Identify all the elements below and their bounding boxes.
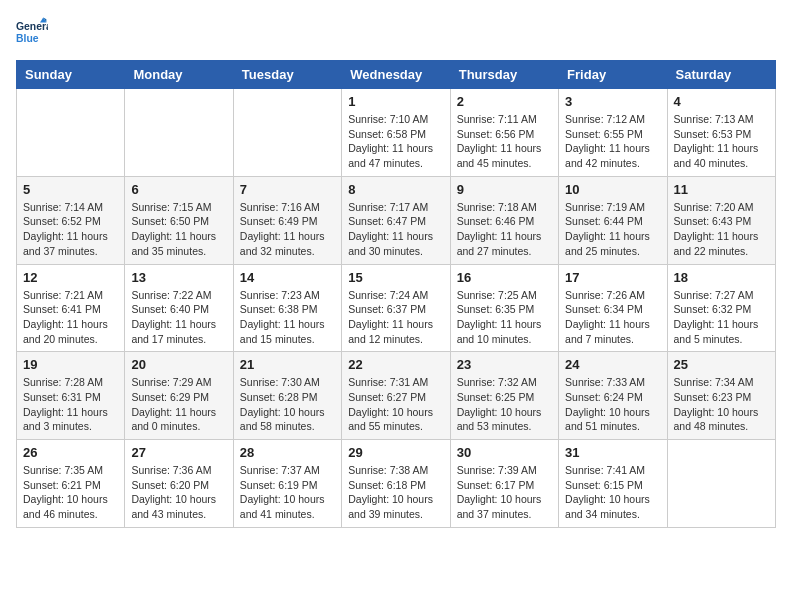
day-info: Sunrise: 7:15 AMSunset: 6:50 PMDaylight:… bbox=[131, 200, 226, 259]
calendar-body: 1Sunrise: 7:10 AMSunset: 6:58 PMDaylight… bbox=[17, 89, 776, 528]
calendar-cell: 23Sunrise: 7:32 AMSunset: 6:25 PMDayligh… bbox=[450, 352, 558, 440]
calendar-cell: 14Sunrise: 7:23 AMSunset: 6:38 PMDayligh… bbox=[233, 264, 341, 352]
day-info: Sunrise: 7:35 AMSunset: 6:21 PMDaylight:… bbox=[23, 463, 118, 522]
logo: General Blue bbox=[16, 16, 52, 48]
day-info: Sunrise: 7:16 AMSunset: 6:49 PMDaylight:… bbox=[240, 200, 335, 259]
day-info: Sunrise: 7:41 AMSunset: 6:15 PMDaylight:… bbox=[565, 463, 660, 522]
day-number: 23 bbox=[457, 357, 552, 372]
day-number: 16 bbox=[457, 270, 552, 285]
calendar-cell: 20Sunrise: 7:29 AMSunset: 6:29 PMDayligh… bbox=[125, 352, 233, 440]
day-info: Sunrise: 7:12 AMSunset: 6:55 PMDaylight:… bbox=[565, 112, 660, 171]
day-info: Sunrise: 7:37 AMSunset: 6:19 PMDaylight:… bbox=[240, 463, 335, 522]
calendar-cell: 24Sunrise: 7:33 AMSunset: 6:24 PMDayligh… bbox=[559, 352, 667, 440]
weekday-header-wednesday: Wednesday bbox=[342, 61, 450, 89]
calendar-cell: 26Sunrise: 7:35 AMSunset: 6:21 PMDayligh… bbox=[17, 440, 125, 528]
day-number: 27 bbox=[131, 445, 226, 460]
calendar-cell: 11Sunrise: 7:20 AMSunset: 6:43 PMDayligh… bbox=[667, 176, 775, 264]
day-number: 22 bbox=[348, 357, 443, 372]
week-row-1: 1Sunrise: 7:10 AMSunset: 6:58 PMDaylight… bbox=[17, 89, 776, 177]
day-info: Sunrise: 7:22 AMSunset: 6:40 PMDaylight:… bbox=[131, 288, 226, 347]
day-info: Sunrise: 7:34 AMSunset: 6:23 PMDaylight:… bbox=[674, 375, 769, 434]
calendar-cell: 17Sunrise: 7:26 AMSunset: 6:34 PMDayligh… bbox=[559, 264, 667, 352]
calendar-cell: 21Sunrise: 7:30 AMSunset: 6:28 PMDayligh… bbox=[233, 352, 341, 440]
calendar-cell: 19Sunrise: 7:28 AMSunset: 6:31 PMDayligh… bbox=[17, 352, 125, 440]
day-number: 3 bbox=[565, 94, 660, 109]
calendar-cell bbox=[17, 89, 125, 177]
day-number: 2 bbox=[457, 94, 552, 109]
calendar-cell: 1Sunrise: 7:10 AMSunset: 6:58 PMDaylight… bbox=[342, 89, 450, 177]
day-number: 17 bbox=[565, 270, 660, 285]
day-info: Sunrise: 7:21 AMSunset: 6:41 PMDaylight:… bbox=[23, 288, 118, 347]
week-row-5: 26Sunrise: 7:35 AMSunset: 6:21 PMDayligh… bbox=[17, 440, 776, 528]
day-number: 7 bbox=[240, 182, 335, 197]
weekday-header-sunday: Sunday bbox=[17, 61, 125, 89]
calendar-cell: 16Sunrise: 7:25 AMSunset: 6:35 PMDayligh… bbox=[450, 264, 558, 352]
calendar-cell: 4Sunrise: 7:13 AMSunset: 6:53 PMDaylight… bbox=[667, 89, 775, 177]
day-number: 8 bbox=[348, 182, 443, 197]
day-info: Sunrise: 7:20 AMSunset: 6:43 PMDaylight:… bbox=[674, 200, 769, 259]
day-number: 30 bbox=[457, 445, 552, 460]
calendar-table: SundayMondayTuesdayWednesdayThursdayFrid… bbox=[16, 60, 776, 528]
day-number: 31 bbox=[565, 445, 660, 460]
calendar-cell: 5Sunrise: 7:14 AMSunset: 6:52 PMDaylight… bbox=[17, 176, 125, 264]
day-info: Sunrise: 7:30 AMSunset: 6:28 PMDaylight:… bbox=[240, 375, 335, 434]
weekday-header-saturday: Saturday bbox=[667, 61, 775, 89]
day-number: 29 bbox=[348, 445, 443, 460]
day-info: Sunrise: 7:10 AMSunset: 6:58 PMDaylight:… bbox=[348, 112, 443, 171]
day-number: 4 bbox=[674, 94, 769, 109]
calendar-cell bbox=[667, 440, 775, 528]
day-number: 14 bbox=[240, 270, 335, 285]
day-number: 19 bbox=[23, 357, 118, 372]
calendar-cell: 31Sunrise: 7:41 AMSunset: 6:15 PMDayligh… bbox=[559, 440, 667, 528]
page-header: General Blue bbox=[16, 16, 776, 48]
day-number: 6 bbox=[131, 182, 226, 197]
calendar-cell: 10Sunrise: 7:19 AMSunset: 6:44 PMDayligh… bbox=[559, 176, 667, 264]
day-info: Sunrise: 7:18 AMSunset: 6:46 PMDaylight:… bbox=[457, 200, 552, 259]
day-number: 24 bbox=[565, 357, 660, 372]
day-info: Sunrise: 7:27 AMSunset: 6:32 PMDaylight:… bbox=[674, 288, 769, 347]
day-info: Sunrise: 7:19 AMSunset: 6:44 PMDaylight:… bbox=[565, 200, 660, 259]
week-row-4: 19Sunrise: 7:28 AMSunset: 6:31 PMDayligh… bbox=[17, 352, 776, 440]
day-info: Sunrise: 7:39 AMSunset: 6:17 PMDaylight:… bbox=[457, 463, 552, 522]
day-number: 5 bbox=[23, 182, 118, 197]
day-number: 18 bbox=[674, 270, 769, 285]
day-info: Sunrise: 7:38 AMSunset: 6:18 PMDaylight:… bbox=[348, 463, 443, 522]
day-number: 21 bbox=[240, 357, 335, 372]
calendar-cell: 15Sunrise: 7:24 AMSunset: 6:37 PMDayligh… bbox=[342, 264, 450, 352]
calendar-cell: 28Sunrise: 7:37 AMSunset: 6:19 PMDayligh… bbox=[233, 440, 341, 528]
calendar-cell: 3Sunrise: 7:12 AMSunset: 6:55 PMDaylight… bbox=[559, 89, 667, 177]
weekday-header-thursday: Thursday bbox=[450, 61, 558, 89]
day-info: Sunrise: 7:17 AMSunset: 6:47 PMDaylight:… bbox=[348, 200, 443, 259]
calendar-cell bbox=[233, 89, 341, 177]
logo-icon: General Blue bbox=[16, 16, 48, 48]
day-number: 28 bbox=[240, 445, 335, 460]
calendar-header: SundayMondayTuesdayWednesdayThursdayFrid… bbox=[17, 61, 776, 89]
week-row-2: 5Sunrise: 7:14 AMSunset: 6:52 PMDaylight… bbox=[17, 176, 776, 264]
calendar-cell: 25Sunrise: 7:34 AMSunset: 6:23 PMDayligh… bbox=[667, 352, 775, 440]
day-info: Sunrise: 7:24 AMSunset: 6:37 PMDaylight:… bbox=[348, 288, 443, 347]
day-info: Sunrise: 7:11 AMSunset: 6:56 PMDaylight:… bbox=[457, 112, 552, 171]
calendar-cell: 29Sunrise: 7:38 AMSunset: 6:18 PMDayligh… bbox=[342, 440, 450, 528]
weekday-header-monday: Monday bbox=[125, 61, 233, 89]
calendar-cell: 6Sunrise: 7:15 AMSunset: 6:50 PMDaylight… bbox=[125, 176, 233, 264]
day-info: Sunrise: 7:28 AMSunset: 6:31 PMDaylight:… bbox=[23, 375, 118, 434]
day-info: Sunrise: 7:33 AMSunset: 6:24 PMDaylight:… bbox=[565, 375, 660, 434]
calendar-cell: 8Sunrise: 7:17 AMSunset: 6:47 PMDaylight… bbox=[342, 176, 450, 264]
weekday-header-row: SundayMondayTuesdayWednesdayThursdayFrid… bbox=[17, 61, 776, 89]
calendar-cell: 12Sunrise: 7:21 AMSunset: 6:41 PMDayligh… bbox=[17, 264, 125, 352]
day-info: Sunrise: 7:25 AMSunset: 6:35 PMDaylight:… bbox=[457, 288, 552, 347]
day-number: 12 bbox=[23, 270, 118, 285]
weekday-header-tuesday: Tuesday bbox=[233, 61, 341, 89]
day-number: 10 bbox=[565, 182, 660, 197]
svg-text:Blue: Blue bbox=[16, 33, 39, 44]
day-info: Sunrise: 7:23 AMSunset: 6:38 PMDaylight:… bbox=[240, 288, 335, 347]
day-number: 20 bbox=[131, 357, 226, 372]
calendar-cell: 2Sunrise: 7:11 AMSunset: 6:56 PMDaylight… bbox=[450, 89, 558, 177]
day-number: 26 bbox=[23, 445, 118, 460]
calendar-cell: 13Sunrise: 7:22 AMSunset: 6:40 PMDayligh… bbox=[125, 264, 233, 352]
day-info: Sunrise: 7:29 AMSunset: 6:29 PMDaylight:… bbox=[131, 375, 226, 434]
day-info: Sunrise: 7:13 AMSunset: 6:53 PMDaylight:… bbox=[674, 112, 769, 171]
day-info: Sunrise: 7:32 AMSunset: 6:25 PMDaylight:… bbox=[457, 375, 552, 434]
day-info: Sunrise: 7:36 AMSunset: 6:20 PMDaylight:… bbox=[131, 463, 226, 522]
weekday-header-friday: Friday bbox=[559, 61, 667, 89]
